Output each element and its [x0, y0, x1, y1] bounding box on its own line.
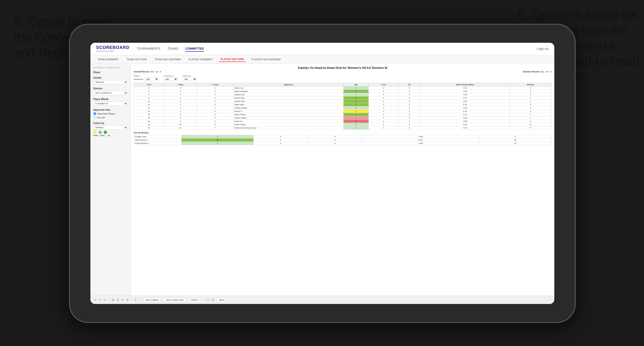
ood-diff: 9.267 [362, 139, 479, 142]
table-row: 9 1 4 Sharon Mun 1 0 0 3.67 3 [134, 96, 552, 100]
toolbar-grid5[interactable]: ⊡ [212, 299, 214, 301]
nav-sign-out[interactable]: | Sign out [537, 47, 548, 51]
sidebar-player-rank-select[interactable]: 8. Katelyn Vo [93, 101, 128, 106]
cell-reg: 8 [164, 113, 197, 116]
logo-sub: Powered by clippd [96, 50, 130, 52]
filter-opponent-group: Opponent (All) [182, 75, 197, 81]
sidebar-colour-select[interactable]: Win/loss [93, 125, 128, 130]
toolbar-grid2[interactable]: ⊡ [117, 299, 119, 301]
cell-tie: 0 [398, 96, 420, 100]
cell-opponent: Sydney Kuo [234, 93, 344, 96]
ood-tie: 0 [308, 142, 362, 145]
subnav-player-summary[interactable]: PLAYER SUMMARY [187, 57, 214, 62]
cell-rounds: 4 [510, 100, 552, 103]
cell-diff: 1.33 [420, 126, 510, 130]
toolbar-undo1[interactable]: ↩ [94, 299, 96, 301]
cell-diff: 4.00 [420, 100, 510, 103]
sidebar-division-select[interactable]: NCAA Division III [93, 91, 128, 95]
cell-div: 11 [134, 103, 164, 106]
scoreboard-logo: SCOREBOARD Powered by clippd [96, 45, 130, 52]
toolbar-undo2[interactable]: ↩ [99, 299, 101, 301]
cell-conf: 1 [197, 86, 234, 90]
toolbar-timer[interactable]: ⏱ [134, 299, 137, 301]
cell-reg: 6 [164, 100, 197, 103]
toolbar-view-original[interactable]: View: Original [143, 298, 160, 302]
table-row: 18 2 2 Euna Lee 0 3 0 -5.00 2 [134, 120, 552, 123]
conference-select[interactable]: (All) [164, 77, 178, 81]
cell-reg: 2 [164, 103, 197, 106]
cell-win: 1 [344, 93, 369, 96]
logo-main: SCOREBOARD [96, 45, 130, 50]
toolbar-grid3[interactable]: ↺ [122, 299, 124, 301]
cell-tie: 0 [398, 106, 420, 110]
opponent-select[interactable]: (All) [182, 77, 197, 81]
table-row: 10 6 3 Andrea York 2 0 0 4.00 4 [134, 100, 552, 103]
col-div: # Div [134, 83, 164, 86]
nav-committee[interactable]: COMMITTEE [185, 46, 204, 52]
nav-tournaments[interactable]: TOURNAMENTS [136, 46, 160, 52]
region-select[interactable]: (All) [144, 77, 159, 81]
ood-win: 1 [182, 135, 254, 139]
cell-diff: -1.00 [420, 93, 510, 96]
cell-div: 19 [134, 123, 164, 126]
cell-loss: 2 [369, 110, 398, 113]
subnav-player-h2h-grid[interactable]: PLAYER H2H GRID [219, 57, 246, 62]
cell-opponent: Emily Chang [234, 123, 344, 126]
cell-div: 6 [134, 93, 164, 96]
cell-diff: 0.30 [420, 123, 510, 126]
cell-loss: 1 [369, 126, 398, 130]
cell-tie: 0 [398, 113, 420, 116]
cell-reg: 2 [164, 120, 197, 123]
cell-div: 18 [134, 120, 164, 123]
cell-div: 14 [134, 110, 164, 113]
filter-region-label: Region [134, 75, 159, 77]
ood-table-row: NAIA Division 1 15 0 0 9.267 30 [134, 139, 552, 142]
cell-rounds: 2 [510, 120, 552, 123]
ood-win: 15 [182, 139, 254, 142]
toolbar-watch[interactable]: Watch ▾ [189, 298, 201, 302]
cell-opponent: Alexis Sudjianto [234, 90, 344, 93]
radio-top100[interactable]: Top 100 [93, 116, 128, 119]
cell-opponent: Jessica Mason [234, 116, 344, 120]
cell-diff: 0.38 [420, 110, 510, 113]
sidebar-division-section: Division NCAA Division III [93, 87, 128, 95]
toolbar-save-custom[interactable]: Save Custom View [164, 298, 186, 302]
filter-region-group: Region Opponents: (All) [134, 75, 159, 81]
subnav-team-summary[interactable]: TEAM SUMMARY [96, 57, 120, 62]
data-table-main: # Div # Reg # Conf Opponent Win Loss Tie… [134, 83, 552, 130]
toolbar-grid4[interactable]: ⊡ [126, 299, 128, 301]
subnav-team-h2h-heatmap[interactable]: TEAM H2H HEATMAP [153, 57, 182, 62]
cell-diff: -5.00 [420, 120, 510, 123]
toolbar-sep1: | [108, 299, 109, 301]
cell-conf: 3 [197, 100, 234, 103]
col-opponent: Opponent [234, 83, 344, 86]
toolbar-redo[interactable]: ↪ [104, 299, 106, 301]
cell-rounds: 3 [510, 93, 552, 96]
toolbar-grid1[interactable]: ⊞ [112, 299, 114, 301]
sidebar-gender-select[interactable]: Women's [93, 80, 128, 84]
toolbar-sep4: | [204, 299, 204, 301]
toolbar-hex[interactable]: ⬡ [207, 299, 209, 301]
cell-conf: 2 [197, 90, 234, 93]
overall-record: Overall Record: 353 - 34 - 6 [134, 71, 161, 73]
table-row: 11 2 5 Heejo Hyun 1 0 0 3.33 3 [134, 103, 552, 106]
cell-tie: 0 [398, 123, 420, 126]
cell-conf: 4 [197, 96, 234, 100]
toolbar-share[interactable]: Share [217, 298, 227, 302]
sidebar: Last Updated: 27/03/2024 10:34 Player Ge… [90, 64, 131, 295]
table-row: 19 10 6 Emily Chang 4 1 0 0.30 11 [134, 123, 552, 126]
filter-region-inner: Opponents: (All) [134, 77, 159, 81]
ood-loss: 0 [254, 139, 308, 142]
sidebar-player-rank-section: Player (Rank) 8. Katelyn Vo [93, 98, 128, 106]
radio-opponents-played[interactable]: Opponents Played [93, 112, 128, 115]
cell-div: 5 [134, 90, 164, 93]
nav-teams[interactable]: TEAMS [168, 46, 178, 52]
table-row: 6 3 3 Sydney Kuo 1 0 0 -1.00 3 [134, 93, 552, 96]
col-reg: # Reg [164, 83, 197, 86]
filter-row: Region Opponents: (All) Conference ( [134, 75, 552, 81]
subnav-player-h2h-heatmap[interactable]: PLAYER H2H HEATMAP [250, 57, 282, 62]
cell-win: 1 [344, 86, 369, 90]
subnav-team-h2h-grid[interactable]: TEAM H2H GRID [125, 57, 148, 62]
cell-conf: 7 [197, 126, 234, 130]
ood-opponent: Foreign Team [134, 135, 182, 139]
